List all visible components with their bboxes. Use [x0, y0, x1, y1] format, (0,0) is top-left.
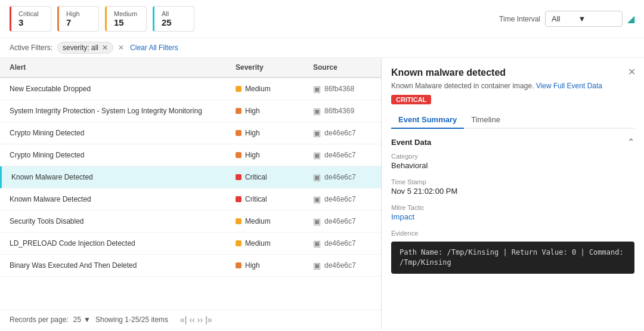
time-interval-label: Time Interval — [499, 15, 540, 23]
severity-dot — [236, 130, 242, 136]
source-cell: ▣ de46e6c7 — [304, 255, 381, 276]
severity-dot — [236, 86, 242, 92]
time-interval-value: All — [552, 14, 560, 23]
field-category: Category Behavioral — [391, 153, 634, 170]
severity-label: High — [245, 261, 260, 270]
source-cell: ▣ de46e6c7 — [304, 166, 381, 188]
table-row[interactable]: New Executable Dropped Medium ▣ 86fb4368 — [0, 78, 381, 100]
last-page-icon[interactable]: |» — [205, 315, 212, 324]
severity-filters: Critical3High7Medium15All25 — [10, 6, 194, 32]
source-value: 86fb4369 — [324, 107, 354, 115]
collapse-icon[interactable]: ⌃ — [627, 137, 634, 147]
table-row[interactable]: Security Tools Disabled Medium ▣ de46e6c… — [0, 211, 381, 233]
field-time-stamp: Time Stamp Nov 5 21:02:00 PM — [391, 178, 634, 196]
source-cell: ▣ de46e6c7 — [304, 144, 381, 166]
source-cell: ▣ de46e6c7 — [304, 122, 381, 144]
source-value: de46e6c7 — [324, 239, 356, 248]
severity-dot — [236, 240, 242, 246]
prev-page-icon[interactable]: ‹‹ — [190, 315, 195, 324]
table-row[interactable]: Crypto Mining Detected High ▣ de46e6c7 — [0, 122, 381, 144]
table-row[interactable]: Known Malware Detected Critical ▣ de46e6… — [0, 188, 381, 211]
table-row[interactable]: Crypto Mining Detected High ▣ de46e6c7 — [0, 144, 381, 166]
field-mitre-tactic: Mitre Tactic Impact — [391, 204, 634, 221]
field-label: Time Stamp — [391, 178, 634, 185]
severity-dot — [236, 152, 242, 158]
severity-cell: Critical — [226, 188, 304, 210]
severity-label: Critical — [245, 195, 267, 203]
alert-cell: Binary Was Executed And Then Deleted — [0, 255, 226, 276]
field-value[interactable]: Impact — [391, 212, 634, 221]
container-icon: ▣ — [313, 150, 321, 160]
table-row[interactable]: LD_PRELOAD Code Injection Detected Mediu… — [0, 233, 381, 255]
detail-subtitle: Known Malware detected in container imag… — [391, 82, 634, 90]
table-row[interactable]: Known Malware Detected Critical ▣ de46e6… — [0, 166, 381, 188]
container-icon: ▣ — [313, 194, 321, 204]
source-value: de46e6c7 — [324, 173, 356, 181]
container-icon: ▣ — [313, 106, 321, 116]
severity-badge-all[interactable]: All25 — [153, 6, 194, 32]
field-value: Behavioral — [391, 161, 634, 170]
clear-all-link[interactable]: Clear All Filters — [130, 44, 178, 52]
severity-cell: Medium — [226, 211, 304, 232]
funnel-icon[interactable]: ◢ — [627, 13, 634, 24]
alert-cell: Security Tools Disabled — [0, 211, 226, 232]
time-interval-select[interactable]: All ▼ — [545, 11, 623, 27]
records-label: Records per page: — [10, 315, 69, 324]
severity-label: Medium — [245, 85, 271, 93]
chevron-down-icon: ▼ — [578, 14, 586, 23]
alert-cell: LD_PRELOAD Code Injection Detected — [0, 233, 226, 254]
severity-label: Critical — [245, 173, 267, 181]
severity-dot — [236, 262, 242, 268]
severity-cell: High — [226, 255, 304, 276]
table-header: Alert Severity Source — [0, 58, 381, 78]
evidence-label: Evidence — [391, 230, 634, 237]
source-value: de46e6c7 — [324, 261, 356, 270]
pagination-controls: «| ‹‹ ›› |» — [180, 315, 212, 324]
active-filters-label: Active Filters: — [10, 44, 52, 52]
severity-dot — [236, 108, 242, 114]
view-full-event-link[interactable]: View Full Event Data — [536, 82, 602, 90]
main-content: Alert Severity Source New Executable Dro… — [0, 58, 644, 329]
clear-all-x-icon: ✕ — [118, 44, 124, 52]
alert-cell: New Executable Dropped — [0, 78, 226, 100]
field-label: Category — [391, 153, 634, 160]
per-page-select[interactable]: 25 ▼ — [73, 315, 91, 324]
tab-timeline[interactable]: Timeline — [464, 112, 507, 129]
detail-subtitle-text: Known Malware detected in container imag… — [391, 82, 534, 90]
table-row[interactable]: Binary Was Executed And Then Deleted Hig… — [0, 255, 381, 277]
severity-cell: High — [226, 100, 304, 122]
severity-badge-medium[interactable]: Medium15 — [105, 6, 147, 32]
showing-label: Showing 1-25/25 items — [95, 315, 168, 324]
alert-cell: System Integrity Protection - System Log… — [0, 100, 226, 122]
alert-cell: Known Malware Detected — [2, 166, 226, 188]
severity-filter-chip[interactable]: severity: all ✕ — [57, 42, 113, 54]
event-data-section-title: Event Data ⌃ — [391, 137, 634, 147]
severity-cell: Medium — [226, 78, 304, 100]
severity-dot — [236, 196, 242, 202]
severity-dot — [236, 218, 242, 224]
severity-dot — [236, 174, 242, 180]
source-cell: ▣ de46e6c7 — [304, 233, 381, 254]
source-cell: ▣ 86fb4369 — [304, 100, 381, 122]
severity-badge-high[interactable]: High7 — [57, 6, 99, 32]
table-row[interactable]: System Integrity Protection - System Log… — [0, 100, 381, 122]
source-value: de46e6c7 — [324, 129, 356, 137]
filter-chip-label: severity: all — [63, 44, 98, 52]
first-page-icon[interactable]: «| — [180, 315, 187, 324]
source-cell: ▣ de46e6c7 — [304, 211, 381, 232]
table-footer: Records per page: 25 ▼ Showing 1-25/25 i… — [0, 310, 381, 329]
source-cell: ▣ de46e6c7 — [304, 188, 381, 210]
filter-chip-close-icon[interactable]: ✕ — [102, 44, 108, 52]
source-value: de46e6c7 — [324, 195, 356, 203]
severity-badge-critical[interactable]: Critical3 — [10, 6, 51, 32]
close-icon[interactable]: ✕ — [628, 66, 636, 78]
alert-cell: Crypto Mining Detected — [0, 144, 226, 166]
col-severity: Severity — [226, 58, 304, 77]
source-cell: ▣ 86fb4368 — [304, 78, 381, 100]
severity-cell: High — [226, 122, 304, 144]
container-icon: ▣ — [313, 172, 321, 182]
next-page-icon[interactable]: ›› — [197, 315, 203, 324]
source-value: de46e6c7 — [324, 151, 356, 159]
container-icon: ▣ — [313, 216, 321, 226]
tab-event-summary[interactable]: Event Summary — [391, 112, 464, 129]
